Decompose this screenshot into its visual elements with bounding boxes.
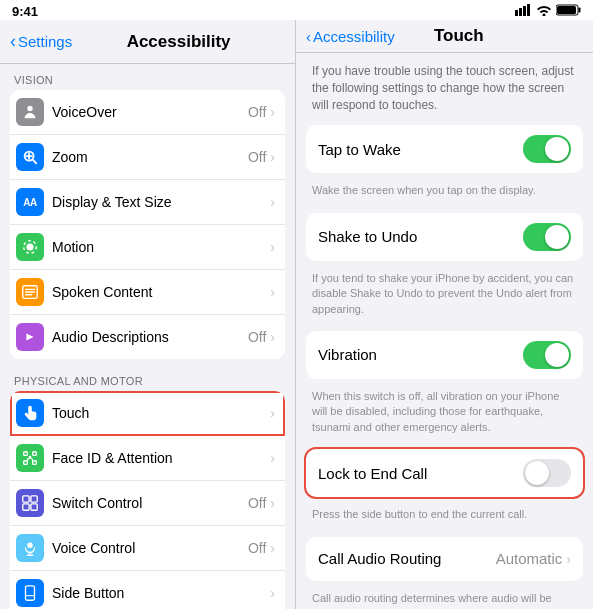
svg-point-12	[26, 243, 33, 250]
call-audio-routing-chevron-icon: ›	[566, 551, 571, 567]
voice-control-value: Off	[248, 540, 266, 556]
voiceover-chevron-icon: ›	[270, 104, 275, 120]
svg-rect-15	[24, 452, 28, 456]
panels-container: ‹ Settings Accessibility VISION VoiceOve…	[0, 20, 593, 609]
lock-to-end-call-toggle-knob	[525, 461, 549, 485]
shake-to-undo-group: Shake to Undo	[306, 213, 583, 261]
svg-rect-0	[515, 10, 518, 16]
voiceover-value: Off	[248, 104, 266, 120]
svg-rect-2	[523, 6, 526, 16]
tap-to-wake-group: Tap to Wake	[306, 125, 583, 173]
audio-descriptions-value: Off	[248, 329, 266, 345]
right-nav-bar: ‹ Accessibility Touch	[296, 20, 593, 53]
shake-to-undo-toggle-knob	[545, 225, 569, 249]
svg-point-24	[27, 543, 32, 548]
shake-to-undo-toggle[interactable]	[523, 223, 571, 251]
right-back-chevron-icon: ‹	[306, 28, 311, 45]
side-button-icon	[16, 579, 44, 607]
tap-to-wake-toggle[interactable]	[523, 135, 571, 163]
display-text-chevron-icon: ›	[270, 194, 275, 210]
zoom-item[interactable]: Zoom Off ›	[10, 135, 285, 180]
side-button-label: Side Button	[52, 585, 270, 601]
lock-to-end-call-toggle[interactable]	[523, 459, 571, 487]
svg-rect-3	[527, 4, 530, 16]
left-panel: ‹ Settings Accessibility VISION VoiceOve…	[0, 20, 296, 609]
svg-rect-6	[579, 8, 581, 13]
voice-control-item[interactable]: Voice Control Off ›	[10, 526, 285, 571]
vibration-description: When this switch is off, all vibration o…	[306, 385, 583, 443]
vibration-label: Vibration	[318, 346, 523, 363]
vibration-group: Vibration	[306, 331, 583, 379]
left-nav-bar: ‹ Settings Accessibility	[0, 20, 295, 64]
right-content: If you have trouble using the touch scre…	[296, 53, 593, 609]
left-nav-title: Accessibility	[72, 32, 285, 52]
display-text-item[interactable]: AA Display & Text Size ›	[10, 180, 285, 225]
back-chevron-icon: ‹	[10, 31, 16, 52]
switch-control-value: Off	[248, 495, 266, 511]
switch-control-label: Switch Control	[52, 495, 248, 511]
voiceover-item[interactable]: VoiceOver Off ›	[10, 90, 285, 135]
svg-rect-22	[23, 504, 29, 510]
motion-item[interactable]: Motion ›	[10, 225, 285, 270]
voiceover-icon	[16, 98, 44, 126]
face-id-icon	[16, 444, 44, 472]
zoom-label: Zoom	[52, 149, 248, 165]
voiceover-label: VoiceOver	[52, 104, 248, 120]
switch-control-icon	[16, 489, 44, 517]
svg-point-7	[27, 106, 32, 111]
audio-descriptions-chevron-icon: ›	[270, 329, 275, 345]
tap-to-wake-label: Tap to Wake	[318, 141, 523, 158]
shake-to-undo-item[interactable]: Shake to Undo	[306, 213, 583, 261]
lock-to-end-call-item[interactable]: Lock to End Call	[306, 449, 583, 497]
zoom-icon	[16, 143, 44, 171]
zoom-value: Off	[248, 149, 266, 165]
touch-icon	[16, 399, 44, 427]
tap-to-wake-toggle-knob	[545, 137, 569, 161]
svg-line-9	[33, 160, 37, 164]
touch-header-description: If you have trouble using the touch scre…	[306, 53, 583, 119]
display-text-label: Display & Text Size	[52, 194, 270, 210]
tap-to-wake-item[interactable]: Tap to Wake	[306, 125, 583, 173]
svg-rect-5	[557, 6, 576, 14]
signal-icon	[515, 4, 532, 18]
switch-control-item[interactable]: Switch Control Off ›	[10, 481, 285, 526]
touch-item[interactable]: Touch ›	[10, 391, 285, 436]
status-time: 9:41	[12, 4, 38, 19]
audio-descriptions-label: Audio Descriptions	[52, 329, 248, 345]
back-label: Settings	[18, 33, 72, 50]
face-id-label: Face ID & Attention	[52, 450, 270, 466]
physical-motor-list-group: Touch › Face ID & Attention › Switch Con…	[10, 391, 285, 609]
svg-rect-20	[23, 496, 29, 502]
spoken-content-label: Spoken Content	[52, 284, 270, 300]
display-text-icon: AA	[16, 188, 44, 216]
accessibility-back-button[interactable]: ‹ Accessibility	[306, 28, 395, 45]
motion-icon	[16, 233, 44, 261]
switch-control-chevron-icon: ›	[270, 495, 275, 511]
motion-label: Motion	[52, 239, 270, 255]
audio-descriptions-icon	[16, 323, 44, 351]
side-button-item[interactable]: Side Button ›	[10, 571, 285, 609]
vibration-item[interactable]: Vibration	[306, 331, 583, 379]
call-audio-routing-item[interactable]: Call Audio Routing Automatic ›	[306, 537, 583, 581]
vision-section-label: VISION	[0, 64, 295, 90]
svg-rect-1	[519, 8, 522, 16]
face-id-chevron-icon: ›	[270, 450, 275, 466]
settings-back-button[interactable]: ‹ Settings	[10, 31, 72, 52]
wifi-icon	[536, 4, 552, 18]
svg-rect-27	[26, 586, 35, 600]
tap-to-wake-description: Wake the screen when you tap on the disp…	[306, 179, 583, 206]
svg-rect-16	[33, 452, 37, 456]
face-id-item[interactable]: Face ID & Attention ›	[10, 436, 285, 481]
call-audio-routing-label: Call Audio Routing	[318, 550, 496, 567]
svg-rect-17	[24, 461, 28, 465]
zoom-chevron-icon: ›	[270, 149, 275, 165]
spoken-content-item[interactable]: Spoken Content ›	[10, 270, 285, 315]
side-button-chevron-icon: ›	[270, 585, 275, 601]
audio-descriptions-item[interactable]: Audio Descriptions Off ›	[10, 315, 285, 359]
shake-to-undo-description: If you tend to shake your iPhone by acci…	[306, 267, 583, 325]
right-panel: ‹ Accessibility Touch If you have troubl…	[296, 20, 593, 609]
vibration-toggle[interactable]	[523, 341, 571, 369]
call-audio-routing-description: Call audio routing determines where audi…	[306, 587, 583, 609]
shake-to-undo-label: Shake to Undo	[318, 228, 523, 245]
voice-control-label: Voice Control	[52, 540, 248, 556]
